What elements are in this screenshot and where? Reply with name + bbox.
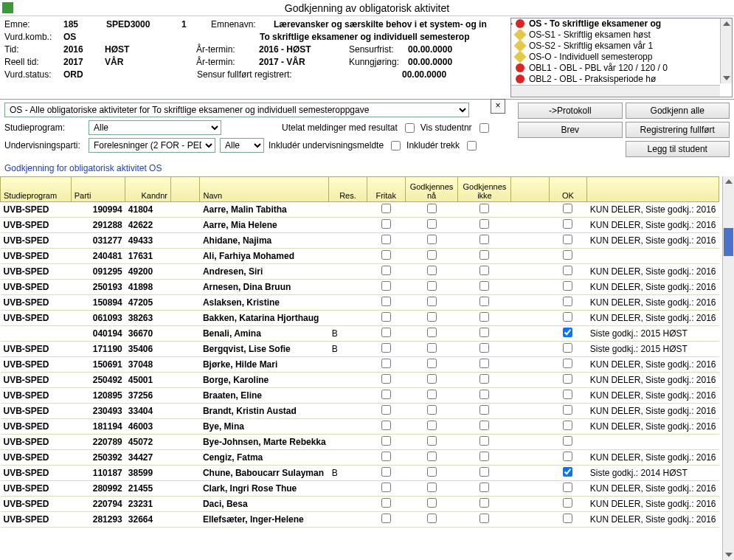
row-checkbox[interactable] [563, 235, 572, 244]
vis-studentnr-checkbox[interactable] [479, 123, 489, 133]
row-checkbox[interactable] [479, 235, 489, 244]
row-checkbox[interactable] [563, 297, 572, 306]
row-checkbox[interactable] [427, 235, 437, 244]
row-checkbox[interactable] [479, 343, 489, 353]
table-row[interactable]: UVB-SPED22079423231Daci, BesaKUN DELER, … [1, 497, 719, 512]
row-checkbox[interactable] [427, 514, 437, 523]
col-blank2[interactable] [511, 177, 549, 202]
godkjenn-alle-button[interactable]: Godkjenn alle [626, 103, 730, 119]
table-row[interactable]: UVB-SPED09129549200Andresen, SiriKUN DEL… [1, 264, 719, 280]
col-kandnr[interactable]: Kandnr [125, 177, 171, 202]
tree-item[interactable]: OS-O - Individuell semesteropp [511, 52, 732, 63]
close-button[interactable]: × [491, 99, 505, 114]
utelat-checkbox[interactable] [405, 123, 415, 133]
tree-item[interactable]: OS - To skriftlige eksamener og [511, 18, 732, 30]
tree-panel[interactable]: OS - To skriftlige eksamener ogOS-S1 - S… [510, 18, 733, 97]
inkl-trekk-checkbox[interactable] [467, 141, 477, 151]
table-row[interactable]: UVB-SPED29128842622Aarre, Mia HeleneKUN … [1, 218, 719, 233]
row-checkbox[interactable] [479, 204, 489, 213]
table-row[interactable]: UVB-SPED03127749433Ahidane, NajimaKUN DE… [1, 233, 719, 249]
row-checkbox[interactable] [427, 343, 437, 353]
row-checkbox[interactable] [427, 250, 437, 260]
tree-scrollbar-v[interactable] [720, 18, 732, 83]
row-checkbox[interactable] [381, 436, 391, 446]
row-checkbox[interactable] [427, 498, 437, 508]
row-checkbox[interactable] [381, 219, 391, 229]
row-checkbox[interactable] [427, 312, 437, 322]
row-checkbox[interactable] [479, 436, 489, 446]
row-checkbox[interactable] [563, 452, 572, 461]
row-checkbox[interactable] [479, 312, 489, 322]
row-checkbox[interactable] [479, 421, 489, 430]
row-checkbox[interactable] [563, 281, 572, 291]
row-checkbox[interactable] [479, 498, 489, 508]
row-checkbox[interactable] [381, 390, 391, 399]
row-checkbox[interactable] [381, 312, 391, 322]
tree-item[interactable]: OBL1 - OBL - PBL vår 120 / 120 / 0 [511, 63, 732, 74]
row-checkbox[interactable] [563, 467, 572, 477]
registrering-fullfort-button[interactable]: Registrering fullført [626, 122, 730, 138]
row-checkbox[interactable] [427, 452, 437, 461]
row-checkbox[interactable] [563, 421, 572, 430]
col-gk-na[interactable]: Godkjennes nå [405, 177, 458, 202]
row-checkbox[interactable] [479, 483, 489, 492]
table-row[interactable]: UVB-SPED19099441804Aarre, Malin TabithaK… [1, 202, 719, 218]
row-checkbox[interactable] [563, 483, 572, 492]
col-note[interactable] [587, 177, 719, 202]
activity-link[interactable]: Godkjenning for obligatorisk aktivitet O… [0, 160, 734, 176]
row-checkbox[interactable] [479, 514, 489, 523]
row-checkbox[interactable] [427, 266, 437, 275]
table-row[interactable]: UVB-SPED24048117631Ali, Farhiya Mohamed [1, 249, 719, 264]
alle-select[interactable]: Alle [220, 138, 264, 153]
row-checkbox[interactable] [381, 204, 391, 213]
table-row[interactable]: UVB-SPED25049245001Borge, KarolineKUN DE… [1, 373, 719, 388]
row-checkbox[interactable] [563, 250, 572, 260]
row-checkbox[interactable] [381, 297, 391, 306]
row-checkbox[interactable] [563, 204, 572, 213]
col-blank[interactable] [170, 177, 199, 202]
table-row[interactable]: UVB-SPED18119446003Bye, MinaKUN DELER, S… [1, 419, 719, 435]
row-checkbox[interactable] [563, 405, 572, 415]
row-checkbox[interactable] [479, 219, 489, 229]
table-row[interactable]: UVB-SPED06109338263Bakken, Katarina Hjor… [1, 311, 719, 326]
table-row[interactable]: UVB-SPED25039234427Cengiz, FatmaKUN DELE… [1, 450, 719, 466]
col-res[interactable]: Res. [329, 177, 367, 202]
row-checkbox[interactable] [381, 250, 391, 260]
row-checkbox[interactable] [479, 405, 489, 415]
row-checkbox[interactable] [563, 312, 572, 322]
col-gk-ikke[interactable]: Godkjennes ikke [458, 177, 511, 202]
row-checkbox[interactable] [479, 266, 489, 275]
row-checkbox[interactable] [381, 359, 391, 368]
studieprogram-select[interactable]: Alle [89, 120, 221, 135]
table-row[interactable]: UVB-SPED15089447205Aslaksen, KristineKUN… [1, 295, 719, 311]
row-checkbox[interactable] [427, 297, 437, 306]
row-checkbox[interactable] [479, 359, 489, 368]
row-checkbox[interactable] [427, 390, 437, 399]
table-row[interactable]: UVB-SPED17119035406Bergqvist, Lise Sofie… [1, 342, 719, 357]
legg-til-student-button[interactable]: Legg til student [626, 141, 730, 157]
row-checkbox[interactable] [381, 483, 391, 492]
row-checkbox[interactable] [479, 467, 489, 477]
row-checkbox[interactable] [563, 436, 572, 446]
row-checkbox[interactable] [479, 250, 489, 260]
col-ok[interactable]: OK [549, 177, 587, 202]
row-checkbox[interactable] [479, 390, 489, 399]
row-checkbox[interactable] [427, 467, 437, 477]
row-checkbox[interactable] [479, 374, 489, 384]
row-checkbox[interactable] [563, 328, 572, 337]
tree-item[interactable]: OS-S2 - Skriftlig eksamen vår 1 [511, 41, 732, 52]
table-row[interactable]: UVB-SPED11018738599Chune, Baboucarr Sula… [1, 466, 719, 481]
row-checkbox[interactable] [381, 266, 391, 275]
row-checkbox[interactable] [563, 219, 572, 229]
table-row[interactable]: UVB-SPED28099221455Clark, Ingri Rose Thu… [1, 481, 719, 497]
protokoll-button[interactable]: ->Protokoll [518, 103, 623, 119]
row-checkbox[interactable] [381, 498, 391, 508]
row-checkbox[interactable] [563, 374, 572, 384]
row-checkbox[interactable] [381, 452, 391, 461]
col-parti[interactable]: Parti [71, 177, 125, 202]
row-checkbox[interactable] [427, 405, 437, 415]
row-checkbox[interactable] [563, 514, 572, 523]
row-checkbox[interactable] [381, 421, 391, 430]
row-checkbox[interactable] [479, 297, 489, 306]
row-checkbox[interactable] [427, 219, 437, 229]
